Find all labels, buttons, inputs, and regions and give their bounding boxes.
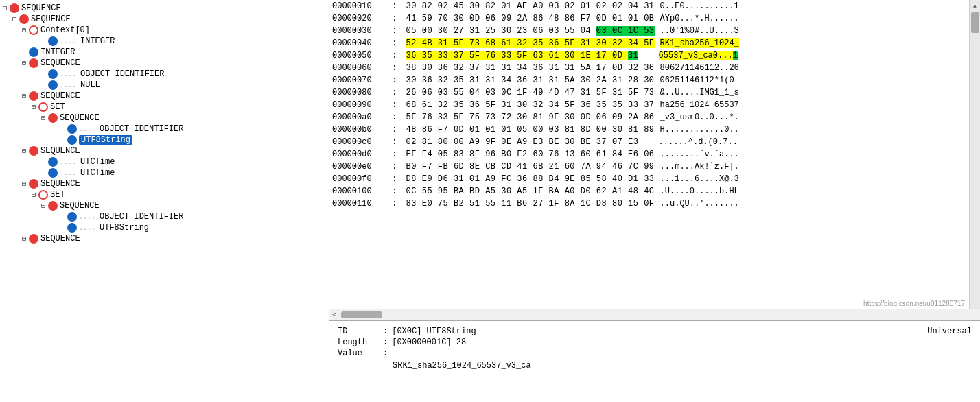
hex-colon: : xyxy=(387,51,402,60)
hex-bytes-green: 03 0C 1C 53 xyxy=(596,26,655,36)
hex-address: 00000050 xyxy=(332,51,387,60)
hex-row[interactable]: 000000a0 : 5F 76 33 5F 75 73 72 30 81 9F… xyxy=(329,111,969,123)
tree-item[interactable]: ⊟SEQUENCE xyxy=(0,145,329,156)
hex-bytes-normal: EF F4 05 83 8F 96 B0 F2 60 76 13 60 61 8… xyxy=(406,150,655,159)
tree-item[interactable]: .... INTEGER xyxy=(0,36,329,47)
right-panel: 00000010 : 30 82 02 45 30 82 01 AE A0 03… xyxy=(329,0,980,402)
hex-hscroll[interactable]: < xyxy=(329,309,980,320)
tree-expander[interactable]: ⊟ xyxy=(38,202,48,210)
tree-panel: ⊟SEQUENCE⊟SEQUENCE⊟Context[0].... INTEGE… xyxy=(0,0,329,402)
tree-item[interactable]: ⊟SEQUENCE xyxy=(0,233,329,244)
tree-label: INTEGER xyxy=(40,47,75,57)
tree-item[interactable]: ⊟SEQUENCE xyxy=(0,91,329,102)
hex-row[interactable]: 000000c0 : 02 81 80 00 A9 9F 0E A9 E3 BE… xyxy=(329,136,969,148)
hex-row[interactable]: 00000020 : 41 59 70 30 0D 06 09 2A 86 48… xyxy=(329,12,969,25)
tree-item[interactable]: .... OBJECT IDENTIFIER xyxy=(0,123,329,134)
hex-colon: : xyxy=(387,38,402,48)
hex-address: 000000d0 xyxy=(332,150,387,159)
tree-expander[interactable]: ⊟ xyxy=(19,92,29,100)
hex-colon: : xyxy=(387,88,402,97)
tree-item[interactable]: .... UTCTime xyxy=(0,156,329,167)
hex-ascii: ........`v.`a... xyxy=(660,150,739,159)
hex-bytes: B0 F7 FB 6D 8E CB CD 41 6B 21 60 7A 94 4… xyxy=(406,162,655,172)
hex-row[interactable]: 00000040 : 52 4B 31 5F 73 68 61 32 35 36… xyxy=(329,37,969,49)
tree-item[interactable]: .... NULL xyxy=(0,80,329,91)
hex-ascii: 0..E0..........1 xyxy=(660,1,739,11)
tree-item[interactable]: INTEGER xyxy=(0,47,329,58)
tree-item[interactable]: ⊟SEQUENCE xyxy=(0,3,329,14)
info-panel: ID : [0X0C] UTF8String Universal Length … xyxy=(329,320,980,402)
hex-address: 000000e0 xyxy=(332,162,387,172)
hex-bytes-yellow: 36 35 33 37 5F 76 33 5F 63 61 30 1E 17 0… xyxy=(406,51,628,60)
hex-row[interactable]: 00000090 : 68 61 32 35 36 5F 31 30 32 34… xyxy=(329,99,969,111)
tree-label: UTCTime xyxy=(80,157,115,167)
hex-row[interactable]: 00000030 : 05 00 30 27 31 25 30 23 06 03… xyxy=(329,25,969,37)
tree-item[interactable]: .... UTCTime xyxy=(0,167,329,178)
hex-bytes: 52 4B 31 5F 73 68 61 32 35 36 5F 31 30 3… xyxy=(406,38,655,48)
hscroll-thumb[interactable] xyxy=(341,311,382,318)
tree-label: UTCTime xyxy=(80,168,115,178)
hex-row[interactable]: 000000d0 : EF F4 05 83 8F 96 B0 F2 60 76… xyxy=(329,148,969,161)
hex-row[interactable]: 00000050 : 36 35 33 37 5F 76 33 5F 63 61… xyxy=(329,49,969,62)
scroll-thumb[interactable] xyxy=(971,12,979,33)
tree-expander[interactable]: ⊟ xyxy=(29,191,38,199)
tree-expander[interactable]: ⊟ xyxy=(29,103,38,111)
hex-row[interactable]: 000000b0 : 48 86 F7 0D 01 01 01 05 00 03… xyxy=(329,123,969,136)
tree-item[interactable]: ⊟SEQUENCE xyxy=(0,113,329,123)
hex-row[interactable]: 00000010 : 30 82 02 45 30 82 01 AE A0 03… xyxy=(329,0,969,12)
red-outline-icon xyxy=(38,102,48,112)
hex-row[interactable]: 000000f0 : D8 E9 D6 31 01 A9 FC 36 88 B4… xyxy=(329,173,969,185)
hex-bytes: 05 00 30 27 31 25 30 23 06 03 55 04 03 0… xyxy=(406,26,655,36)
hex-highlighted-bytes: 52 4B 31 5F 73 68 61 32 35 36 5F 31 30 3… xyxy=(406,38,655,48)
tree-expander[interactable]: ⊟ xyxy=(19,59,29,67)
tree-item[interactable]: ⊟Context[0] xyxy=(0,25,329,36)
tree-item[interactable]: ⊟SEQUENCE xyxy=(0,200,329,211)
hex-row[interactable]: 000000e0 : B0 F7 FB 6D 8E CB CD 41 6B 21… xyxy=(329,161,969,173)
tree-label: SET xyxy=(50,190,65,200)
hex-row[interactable]: 00000080 : 26 06 03 55 04 03 0C 1F 49 4D… xyxy=(329,86,969,99)
tree-item[interactable]: UTF8String xyxy=(0,134,329,145)
tree-label: SEQUENCE xyxy=(40,179,80,189)
tree-item[interactable]: .... OBJECT IDENTIFIER xyxy=(0,69,329,80)
hex-row[interactable]: 00000070 : 30 36 32 35 31 31 34 36 31 31… xyxy=(329,74,969,86)
vertical-scrollbar[interactable]: ▲ xyxy=(969,0,980,309)
tree-connector: .... xyxy=(60,158,80,166)
tree-item[interactable]: ⊟SET xyxy=(0,189,329,200)
tree-item[interactable]: ⊟SEQUENCE xyxy=(0,14,329,25)
tree-expander[interactable]: ⊟ xyxy=(19,26,29,34)
hex-bytes-normal: D8 E9 D6 31 01 A9 FC 36 88 B4 9E 85 58 4… xyxy=(406,174,655,184)
tree-expander[interactable]: ⊟ xyxy=(0,4,10,12)
hex-address: 000000f0 xyxy=(332,174,387,184)
tree-expander[interactable]: ⊟ xyxy=(19,180,29,188)
tree-label: SEQUENCE xyxy=(40,58,80,68)
tree-item[interactable]: ⊟SEQUENCE xyxy=(0,58,329,69)
length-value: [0X0000001C] 28 xyxy=(392,338,466,347)
hex-bytes: 0C 55 95 BA BD A5 30 A5 1F BA A0 D0 62 A… xyxy=(406,187,655,196)
tree-item[interactable]: .... OBJECT IDENTIFIER xyxy=(0,211,329,222)
red-icon xyxy=(48,113,58,123)
scroll-up-arrow[interactable]: ▲ xyxy=(971,1,979,10)
hex-colon: : xyxy=(387,174,402,184)
hex-row[interactable]: 00000110 : 83 E0 75 B2 51 55 11 B6 27 1F… xyxy=(329,198,969,210)
hex-bytes-normal: 30 82 02 45 30 82 01 AE A0 03 02 01 02 0… xyxy=(406,1,655,11)
tree-expander[interactable]: ⊟ xyxy=(38,114,48,122)
tree-expander[interactable]: ⊟ xyxy=(19,235,29,243)
info-id-line: ID : [0X0C] UTF8String Universal xyxy=(338,327,972,336)
tree-expander[interactable]: ⊟ xyxy=(10,15,19,23)
hex-view[interactable]: 00000010 : 30 82 02 45 30 82 01 AE A0 03… xyxy=(329,0,969,309)
tree-label: OBJECT IDENTIFIER xyxy=(100,212,183,222)
tree-item[interactable]: ⊟SEQUENCE xyxy=(0,178,329,189)
hex-row[interactable]: 00000100 : 0C 55 95 BA BD A5 30 A5 1F BA… xyxy=(329,185,969,198)
hex-row[interactable]: 00000060 : 38 30 36 32 37 31 31 34 36 31… xyxy=(329,62,969,74)
hex-colon: : xyxy=(387,187,402,196)
hex-ascii: ..0'1%0#..U....S xyxy=(660,26,739,36)
red-icon xyxy=(29,146,38,156)
tree-label: SEQUENCE xyxy=(40,234,80,244)
hex-bytes: 30 36 32 35 31 31 34 36 31 31 5A 30 2A 3… xyxy=(406,75,655,85)
tree-expander[interactable]: ⊟ xyxy=(19,147,29,155)
tree-item[interactable]: .... UTF8String xyxy=(0,222,329,233)
hex-colon: : xyxy=(387,125,402,134)
value-key-label: Value xyxy=(338,348,379,358)
tree-item[interactable]: ⊟SET xyxy=(0,102,329,113)
blue-icon xyxy=(67,124,77,134)
